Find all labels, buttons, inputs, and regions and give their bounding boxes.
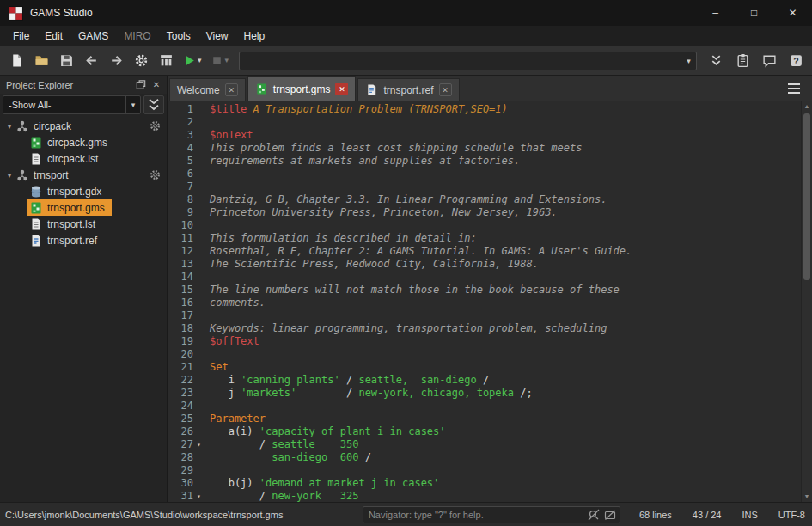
menu-view[interactable]: View (198, 28, 236, 45)
code-line-23[interactable]: 23 j 'markets' / new-york, chicago, tope… (168, 387, 801, 400)
open-folder-button[interactable] (30, 50, 52, 72)
file-item-trnsport.gdx[interactable]: trnsport.gdx (0, 183, 167, 199)
code-line-8[interactable]: 8Dantzig, G B, Chapter 3.3. In Linear Pr… (168, 193, 801, 206)
scrollbar-thumb[interactable] (803, 113, 810, 280)
file-item-trnsport.ref[interactable]: trnsport.ref (0, 232, 167, 248)
code-line-22[interactable]: 22 i 'canning plants' / seattle, san-die… (168, 374, 801, 387)
tab-trnsport-gms[interactable]: trnsport.gms✕ (247, 76, 357, 101)
code-line-30[interactable]: 30 b(j) 'demand at market j in cases' (168, 477, 801, 490)
code-line-7[interactable]: 7 (168, 180, 801, 193)
file-item-trnsport.gms[interactable]: trnsport.gms (0, 199, 167, 216)
tab-close-icon[interactable]: ✕ (225, 83, 238, 96)
code-line-25[interactable]: 25Parameter (168, 413, 801, 425)
code-line-2[interactable]: 2 (168, 116, 801, 129)
code-line-16[interactable]: 16comments. (168, 297, 801, 309)
fold-marker-icon[interactable]: ▾ (193, 490, 205, 502)
scroll-up-icon[interactable]: ▲ (802, 101, 812, 112)
project-options-icon[interactable] (149, 119, 162, 132)
project-filter-select[interactable]: -Show All- ▾ (3, 95, 141, 114)
code-line-31[interactable]: 31▾ / new-york 325 (168, 490, 801, 502)
code-line-1[interactable]: 1$title A Transportation Problem (TRNSPO… (168, 103, 801, 116)
fold-marker-icon[interactable]: ▾ (193, 438, 205, 451)
fold-gutter (193, 297, 205, 309)
code-line-28[interactable]: 28 san-diego 600 / (168, 451, 801, 464)
new-file-button[interactable] (5, 50, 27, 72)
navigator-search-off-icon[interactable] (587, 508, 601, 522)
code-line-4[interactable]: 4This problem finds a least cost shippin… (168, 142, 801, 155)
code-line-13[interactable]: 13The Scientific Press, Redwood City, Ca… (168, 258, 801, 271)
settings-button[interactable] (130, 50, 152, 72)
tree-expand-icon[interactable]: ▾ (3, 122, 15, 131)
code-line-24[interactable]: 24 (168, 400, 801, 413)
float-panel-icon[interactable] (134, 78, 148, 91)
code-line-12[interactable]: 12Rosenthal, R E, Chapter 2: A GAMS Tuto… (168, 245, 801, 258)
menu-miro[interactable]: MIRO (116, 28, 158, 45)
menu-tools[interactable]: Tools (159, 28, 198, 45)
lst-file-icon (29, 217, 43, 231)
code-line-27[interactable]: 27▾ / seattle 350 (168, 438, 801, 451)
code-line-19[interactable]: 19$offText (168, 335, 801, 348)
code-line-20[interactable]: 20 (168, 348, 801, 361)
tab-welcome[interactable]: Welcome✕ (169, 78, 246, 101)
menu-file[interactable]: File (5, 28, 37, 45)
menu-edit[interactable]: Edit (37, 28, 70, 45)
scroll-down-icon[interactable]: ▼ (802, 491, 812, 502)
tree-expand-icon[interactable]: ▾ (3, 171, 15, 180)
maximize-button[interactable]: □ (735, 0, 773, 26)
navigator-filter-off-icon[interactable] (603, 508, 617, 522)
code-line-18[interactable]: 18Keywords: linear programming, transpor… (168, 322, 801, 335)
close-button[interactable]: ✕ (773, 0, 812, 26)
code-line-3[interactable]: 3$onText (168, 129, 801, 142)
code-line-14[interactable]: 14 (168, 271, 801, 284)
file-item-circpack.gms[interactable]: circpack.gms (0, 134, 167, 150)
model-library-button[interactable] (155, 50, 177, 72)
code-line-10[interactable]: 10 (168, 219, 801, 232)
forward-button[interactable] (105, 50, 127, 72)
file-item-trnsport.lst[interactable]: trnsport.lst (0, 216, 167, 232)
project-options-icon[interactable] (149, 168, 162, 181)
code-line-29[interactable]: 29 (168, 464, 801, 477)
clipboard-button[interactable] (731, 50, 754, 72)
tab-close-icon[interactable]: ✕ (335, 83, 348, 95)
save-button[interactable] (55, 50, 77, 72)
double-chevron-button[interactable] (705, 50, 727, 72)
stop-button[interactable]: ▾ (207, 50, 232, 72)
run-button[interactable]: ▾ (180, 50, 205, 72)
tab-trnsport-ref[interactable]: trnsport.ref✕ (357, 78, 459, 101)
navigator-input[interactable] (363, 510, 587, 520)
chevron-down-icon[interactable]: ▾ (681, 52, 696, 70)
minimize-button[interactable]: – (696, 0, 735, 26)
project-group-trnsport[interactable]: ▾trnsport (0, 167, 167, 183)
project-group-circpack[interactable]: ▾circpack (0, 118, 167, 134)
code-editor[interactable]: 1$title A Transportation Problem (TRNSPO… (168, 101, 801, 502)
menu-gams[interactable]: GAMS (70, 28, 116, 45)
code-line-9[interactable]: 9Princeton University Press, Princeton, … (168, 206, 801, 219)
help-button[interactable]: ? (785, 50, 807, 72)
code-line-17[interactable]: 17 (168, 309, 801, 322)
file-item-circpack.lst[interactable]: circpack.lst (0, 150, 167, 167)
tab-close-icon[interactable]: ✕ (439, 83, 452, 96)
chat-button[interactable] (758, 50, 780, 72)
code-text: The line numbers will not match those in… (205, 284, 620, 297)
code-text: Keywords: linear programming, transporta… (205, 322, 607, 335)
code-text: $offText (205, 335, 259, 348)
fold-gutter (193, 193, 205, 206)
code-line-6[interactable]: 6 (168, 168, 801, 180)
fold-gutter (193, 232, 205, 245)
editor-scrollbar[interactable]: ▲ ▼ (801, 101, 812, 502)
menu-help[interactable]: Help (236, 28, 273, 45)
chevron-down-icon[interactable]: ▾ (198, 57, 202, 64)
chevron-down-icon[interactable]: ▾ (225, 57, 229, 64)
collapse-all-button[interactable] (143, 95, 164, 114)
code-line-26[interactable]: 26 a(i) 'capacity of plant i in cases' (168, 425, 801, 438)
code-line-15[interactable]: 15The line numbers will not match those … (168, 284, 801, 297)
code-line-11[interactable]: 11This formulation is described in detai… (168, 232, 801, 245)
scrollbar-track[interactable] (802, 112, 812, 491)
gms-file-icon (29, 136, 43, 150)
code-line-21[interactable]: 21Set (168, 361, 801, 374)
hamburger-menu-icon[interactable] (783, 79, 805, 98)
code-line-5[interactable]: 5requirements at markets and supplies at… (168, 155, 801, 168)
close-panel-icon[interactable]: ✕ (150, 78, 163, 91)
back-button[interactable] (80, 50, 102, 72)
run-parameters-combo[interactable]: ▾ (239, 52, 697, 70)
